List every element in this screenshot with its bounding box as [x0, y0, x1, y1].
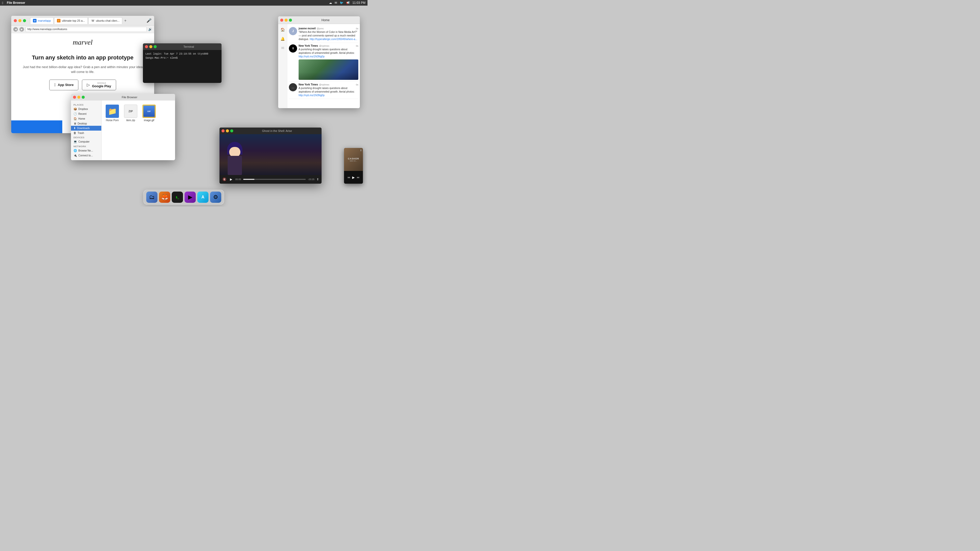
video-progress-bar[interactable] — [243, 179, 306, 180]
video-close-button[interactable] — [221, 129, 224, 132]
googleplay-button[interactable]: ▷ Google Google Play — [82, 79, 116, 90]
twitter-home-icon[interactable]: 🏠 — [280, 27, 286, 33]
sidebar-item-connect[interactable]: 🔌 Connect to... — [71, 153, 101, 158]
file-item-horseporn[interactable]: 📁 Horse Porn — [106, 105, 119, 122]
clock: 11:03 PM — [352, 1, 366, 5]
apple-icon:  — [54, 83, 56, 87]
sidebar-item-trash[interactable]: 🗑 Trash — [71, 130, 101, 135]
volume-icon[interactable]: 🔊 — [148, 27, 152, 31]
sidebar-item-dropbox[interactable]: 📦 Dropbox — [71, 106, 101, 111]
file-name-imagegif: image.gif — [144, 119, 154, 122]
dropbox-icon: 📦 — [73, 107, 77, 111]
fb-minimize-button[interactable] — [77, 96, 80, 99]
music-artist-name: CASKER — [348, 157, 359, 160]
video-minimize-button[interactable] — [226, 129, 229, 132]
tweet-2-content: New York Times @nytimes 0s A punishing d… — [299, 44, 358, 80]
tab-marvelapp-label: marvelapp — [38, 19, 51, 22]
music-next-button[interactable]: ⏭ — [357, 176, 360, 179]
tweet-3-avatar: … — [289, 83, 297, 91]
filebrowser-main: 📁 Horse Porn ZIP item.zip GIF image.gif — [102, 100, 175, 160]
mail-menubar-icon[interactable]: ✉ — [334, 1, 337, 5]
dock-item-finder[interactable]: 🗂 — [146, 192, 158, 203]
fb-maximize-button[interactable] — [82, 96, 85, 99]
tweet-2-link[interactable]: http://nyti.ms/1N3Ng0p — [299, 55, 325, 58]
tab-top25[interactable]: ⚡ ultimate top 25 a... — [54, 17, 88, 24]
video-volume-button[interactable]: 🔇 — [222, 177, 227, 182]
store-buttons:  App Store ▷ Google Google Play — [21, 79, 144, 90]
appstore-icon: A — [201, 195, 204, 200]
new-tab-button[interactable]: + — [123, 18, 128, 23]
sidebar-item-home[interactable]: 🏠 Home — [71, 116, 101, 121]
gif-icon: GIF — [142, 105, 156, 118]
twitter-feed[interactable]: J joanne mcneil @jomc 0s "Where Are the … — [287, 24, 360, 108]
filebrowser-title: File Browser — [86, 96, 173, 99]
microphone-icon[interactable]: 🎤 — [146, 18, 151, 23]
dock-item-terminal[interactable]: $_ — [172, 192, 183, 203]
terminal-maximize-button[interactable] — [154, 45, 157, 48]
dock-item-settings[interactable]: ⚙ — [210, 192, 221, 203]
video-controls: 🔇 ▶ 05:05 -23:25 ⬆ — [220, 175, 321, 184]
music-share-icon[interactable]: ⬆ — [360, 149, 362, 152]
video-content[interactable] — [220, 134, 321, 175]
terminal-line1: Last login: Tue Apr 7 23:19:55 on ttys00… — [145, 52, 219, 56]
url-text: http://www.marvelapp.com/features — [27, 28, 67, 30]
fb-close-button[interactable] — [73, 96, 76, 99]
tweet-3-name: New York Times — [299, 83, 318, 86]
folder-icon: 📁 — [106, 105, 119, 118]
video-total-time: -23:25 — [308, 178, 314, 181]
twitter-titlebar: Home — [278, 16, 360, 24]
tab-ubuntu-label: ubuntu chat clien... — [96, 19, 119, 22]
file-item-itemzip[interactable]: ZIP item.zip — [124, 105, 137, 122]
dock-item-firefox[interactable]: 🦊 — [159, 192, 170, 203]
tweet-1-avatar: J — [289, 27, 297, 35]
googleplay-label: Google Play — [92, 84, 111, 88]
twitter-notifications-icon[interactable]: 🔔 — [280, 36, 286, 42]
terminal-minimize-button[interactable] — [149, 45, 152, 48]
tweet-3-time: 0s — [356, 83, 358, 86]
twitter-minimize-button[interactable] — [285, 19, 288, 22]
video-share-button[interactable]: ⬆ — [317, 178, 319, 181]
url-bar[interactable]: http://www.marvelapp.com/features — [25, 27, 147, 32]
appstore-button[interactable]:  App Store — [49, 79, 78, 90]
apple-menu-icon[interactable]:  — [2, 1, 3, 5]
maximize-button[interactable] — [23, 19, 26, 22]
music-play-button[interactable]: ▶ — [352, 176, 355, 179]
video-maximize-button[interactable] — [230, 129, 233, 132]
browser-tabs: M marvelapp ⚡ ultimate top 25 a... W ubu… — [30, 17, 144, 24]
terminal-title: Terminal — [158, 45, 220, 48]
finder-icon: 🗂 — [149, 194, 155, 200]
video-play-button[interactable]: ▶ — [229, 177, 233, 182]
tweet-1-link[interactable]: http://hyperallergic.com/195049/where-a.… — [310, 38, 357, 41]
twitter-nav: 🏠 🔔 ✉ — [278, 24, 287, 108]
minimize-button[interactable] — [18, 19, 21, 22]
twitter-messages-icon[interactable]: ✉ — [280, 45, 286, 51]
tweet-3-link[interactable]: http://nyti.ms/1N3Ng0p — [299, 94, 325, 97]
twitter-close-button[interactable] — [280, 19, 283, 22]
file-item-imagegif[interactable]: GIF image.gif — [142, 105, 156, 122]
icloud-icon[interactable]: ☁ — [329, 1, 332, 5]
places-section-title: Places — [71, 103, 101, 106]
tab-ubuntu[interactable]: W ubuntu chat clien... — [88, 17, 122, 24]
dock-item-media-player[interactable]: ▶ — [185, 192, 196, 203]
dock-item-appstore[interactable]: A — [197, 192, 208, 203]
twitter-maximize-button[interactable] — [289, 19, 292, 22]
terminal-content[interactable]: Last login: Tue Apr 7 23:19:55 on ttys00… — [143, 50, 221, 62]
anime-figure — [224, 142, 245, 175]
sidebar-item-recent[interactable]: 🕐 Recent — [71, 111, 101, 116]
sidebar-item-browse-network[interactable]: 🌐 Browse Ne... — [71, 148, 101, 153]
connect-icon: 🔌 — [73, 154, 77, 157]
music-prev-button[interactable]: ⏮ — [347, 176, 350, 179]
close-button[interactable] — [14, 19, 17, 22]
anime-body — [228, 156, 242, 175]
tweet-3-handle: @nytimes — [319, 83, 329, 86]
terminal-close-button[interactable] — [145, 45, 148, 48]
forward-button[interactable]: ▶ — [19, 27, 24, 32]
video-title: Ghost in the Shell: Arise — [234, 129, 320, 132]
back-button[interactable]: ◀ — [13, 27, 18, 32]
sidebar-item-downloads[interactable]: ⬇ Downloads — [71, 126, 101, 130]
sidebar-item-computer[interactable]: 💻 Computer — [71, 139, 101, 144]
sidebar-item-desktop[interactable]: 🖥 Desktop — [71, 121, 101, 126]
tab-marvelapp[interactable]: M marvelapp — [30, 17, 54, 24]
twitter-menubar-icon[interactable]: 🐦 — [340, 1, 344, 5]
notification-icon[interactable]: 📢 — [346, 1, 350, 5]
